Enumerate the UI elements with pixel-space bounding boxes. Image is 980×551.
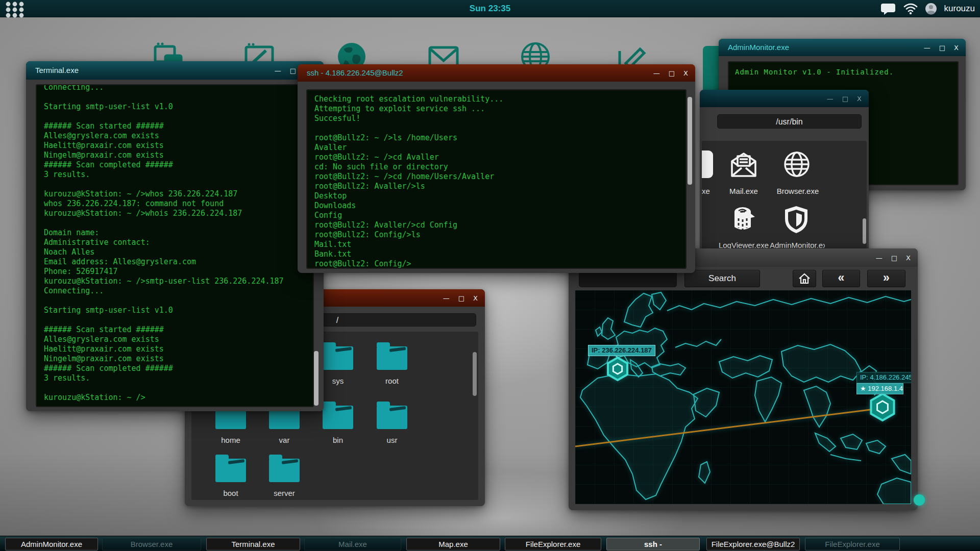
folder-boot[interactable]: boot bbox=[204, 454, 257, 482]
ssh-scrollbar[interactable] bbox=[688, 97, 692, 185]
maximize-button[interactable]: □ bbox=[669, 70, 675, 77]
map-prev-button[interactable]: « bbox=[822, 270, 860, 287]
home-icon bbox=[798, 273, 811, 284]
map-address-input[interactable] bbox=[579, 272, 677, 287]
ssh-screen[interactable]: Checking root escalation vulnerability..… bbox=[306, 89, 687, 269]
window-map: — □ X Search « » bbox=[569, 248, 918, 510]
usrbin-titlebar[interactable]: — □ X bbox=[700, 90, 869, 107]
window-usrbin-explorer: — □ X /usr/bin xe Mail.exe bbox=[700, 90, 869, 265]
map-node-4-186-226-245[interactable] bbox=[871, 394, 894, 420]
minimize-button[interactable]: — bbox=[876, 255, 883, 261]
desktop: { "topbar": { "clock": "Sun 23:35", "use… bbox=[0, 0, 980, 551]
folder-icon bbox=[269, 459, 300, 482]
terminal-screen[interactable]: Connecting... Starting smtp-user-list v1… bbox=[36, 84, 314, 407]
close-button[interactable]: X bbox=[906, 255, 911, 261]
node1-ip-label: IP: 236.226.224.187 bbox=[588, 345, 655, 356]
node2-lan-label: ★ 192.168.1.4 bbox=[856, 383, 903, 394]
taskbar-map[interactable]: Map.exe bbox=[406, 538, 500, 550]
maximize-button[interactable]: □ bbox=[458, 295, 464, 302]
taskbar-fileexplorer[interactable]: FileExplorer.exe bbox=[505, 538, 601, 550]
taskbar-fileexplorer-bullz2[interactable]: FileExplorer.exe@Bullz2 bbox=[706, 538, 800, 550]
minimize-button[interactable]: — bbox=[924, 44, 930, 51]
taskbar-fileexplorer-2[interactable]: FileExplorer.exe bbox=[805, 538, 900, 550]
minimize-button[interactable]: — bbox=[275, 67, 281, 74]
ssh-titlebar[interactable]: ssh - 4.186.226.245@Bullz2 — □ X bbox=[298, 64, 695, 82]
minimize-button[interactable]: — bbox=[827, 95, 834, 102]
folder-usr[interactable]: usr bbox=[365, 401, 419, 429]
taskbar-mail[interactable]: Mail.exe bbox=[304, 538, 401, 550]
folder-icon bbox=[377, 346, 407, 370]
usrbin-path[interactable]: /usr/bin bbox=[717, 114, 862, 129]
folder-icon bbox=[377, 406, 407, 429]
maximize-button[interactable]: □ bbox=[842, 95, 848, 102]
minimize-button[interactable]: — bbox=[443, 295, 450, 302]
log-icon[interactable] bbox=[728, 205, 757, 234]
apps-grid-icon[interactable] bbox=[4, 1, 26, 18]
usrbin-scrollbar[interactable] bbox=[863, 218, 866, 244]
map-node-236-226-224-187[interactable] bbox=[608, 358, 627, 380]
map-next-button[interactable]: » bbox=[867, 270, 905, 287]
top-bar: Sun 23:35 kurouzu bbox=[0, 0, 980, 17]
usrbin-panel: xe Mail.exe Browser.exe bbox=[702, 141, 867, 265]
admin-monitor-titlebar[interactable]: AdminMonitor.exe — □ X bbox=[719, 39, 966, 56]
folder-icon bbox=[323, 406, 353, 429]
ssh-output: Checking root escalation vulnerability..… bbox=[307, 90, 685, 269]
partial-app-label: xe bbox=[702, 187, 719, 195]
maximize-button[interactable]: □ bbox=[891, 255, 897, 261]
wifi-icon[interactable] bbox=[903, 3, 918, 14]
chat-icon[interactable] bbox=[880, 3, 896, 15]
close-button[interactable]: X bbox=[954, 44, 959, 51]
taskbar-ssh[interactable]: ssh - bbox=[606, 538, 700, 550]
minimize-button[interactable]: — bbox=[653, 70, 660, 77]
mail-icon[interactable] bbox=[729, 149, 758, 179]
world-map[interactable]: IP: 236.226.224.187 IP: 4.186.226.245 ★ … bbox=[575, 290, 911, 504]
node2-ip-label: IP: 4.186.226.245 bbox=[856, 372, 911, 383]
taskbar-browser[interactable]: Browser.exe bbox=[102, 538, 201, 550]
username[interactable]: kurouzu bbox=[944, 4, 975, 14]
mail-exe-label: Mail.exe bbox=[723, 187, 764, 195]
window-title: Terminal.exe bbox=[35, 61, 79, 80]
status-dot bbox=[914, 494, 925, 506]
map-search-button[interactable]: Search bbox=[684, 270, 760, 287]
browser-exe-label: Browser.exe bbox=[776, 187, 819, 195]
map-coastlines bbox=[575, 290, 911, 504]
clock: Sun 23:35 bbox=[470, 0, 510, 17]
partial-app-icon[interactable] bbox=[702, 151, 713, 178]
terminal-titlebar[interactable]: Terminal.exe — □ bbox=[26, 61, 324, 80]
root-explorer-scrollbar[interactable] bbox=[473, 352, 477, 396]
close-button[interactable]: X bbox=[473, 295, 478, 302]
window-ssh: ssh - 4.186.226.245@Bullz2 — □ X Checkin… bbox=[298, 64, 695, 273]
window-terminal: Terminal.exe — □ Connecting... Starting … bbox=[26, 61, 324, 411]
globe-icon[interactable] bbox=[782, 149, 811, 179]
terminal-scrollbar[interactable] bbox=[314, 351, 318, 406]
taskbar-adminmonitor[interactable]: AdminMonitor.exe bbox=[5, 538, 98, 550]
folder-icon bbox=[323, 346, 353, 370]
taskbar-terminal[interactable]: Terminal.exe bbox=[206, 538, 300, 550]
avatar-icon[interactable] bbox=[925, 3, 937, 15]
admin-monitor-output: Admin Monitor v1.0 - Initialized. bbox=[729, 62, 958, 82]
taskbar: AdminMonitor.exe Browser.exe Terminal.ex… bbox=[0, 536, 980, 551]
window-title: ssh - 4.186.226.245@Bullz2 bbox=[307, 64, 403, 82]
close-button[interactable]: X bbox=[857, 95, 862, 102]
folder-root[interactable]: root bbox=[365, 342, 419, 370]
close-button[interactable]: X bbox=[683, 70, 688, 77]
maximize-button[interactable]: □ bbox=[290, 67, 296, 74]
shield-icon[interactable] bbox=[782, 205, 811, 234]
folder-server[interactable]: server bbox=[258, 454, 311, 482]
maximize-button[interactable]: □ bbox=[939, 44, 945, 51]
window-title: AdminMonitor.exe bbox=[728, 39, 789, 56]
terminal-output: Connecting... Starting smtp-user-list v1… bbox=[37, 84, 313, 403]
star-icon: ★ bbox=[860, 385, 866, 392]
folder-icon bbox=[215, 459, 246, 482]
home-button[interactable] bbox=[793, 270, 816, 287]
